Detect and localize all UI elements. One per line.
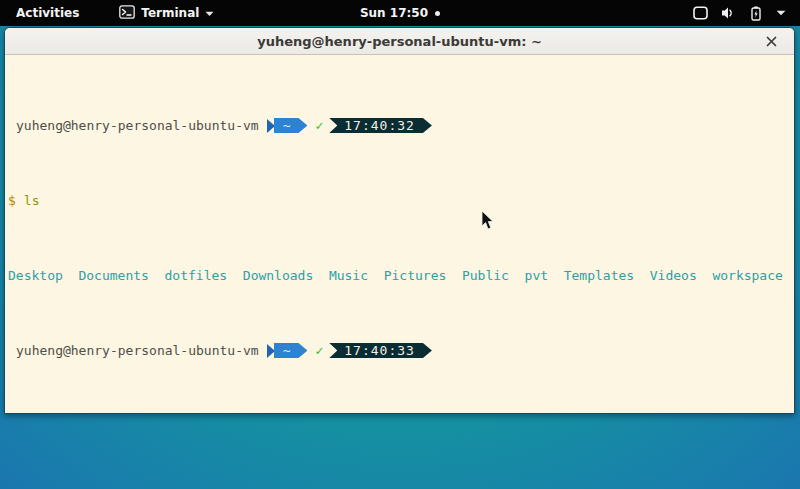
app-menu-terminal[interactable]: Terminal — [119, 5, 214, 22]
cwd-badge: ~ — [274, 343, 308, 358]
prompt-cwd-segment: ~ — [267, 343, 308, 358]
terminal-window: yuheng@henry-personal-ubuntu-vm: ~ yuhen… — [4, 27, 795, 414]
window-titlebar[interactable]: yuheng@henry-personal-ubuntu-vm: ~ — [5, 28, 794, 55]
clock-button[interactable]: Sun 17:50 — [360, 6, 440, 20]
success-check-icon: ✓ — [315, 343, 323, 358]
system-status-tray[interactable] — [693, 0, 800, 26]
terminal-screen[interactable]: yuheng@henry-personal-ubuntu-vm ~ ✓ 17:4… — [5, 55, 794, 414]
ls-output: Desktop Documents dotfiles Downloads Mus… — [8, 268, 783, 283]
prompt-cwd-segment: ~ — [267, 118, 308, 133]
notification-dot-icon — [435, 11, 440, 16]
window-title: yuheng@henry-personal-ubuntu-vm: ~ — [257, 34, 542, 49]
typed-command: ls — [24, 193, 40, 208]
powerline-arrow-icon — [267, 344, 275, 358]
close-icon — [766, 36, 777, 47]
prompt-username: yuheng@henry-personal-ubuntu-vm — [16, 118, 259, 133]
terminal-command-line: $ ls — [8, 193, 792, 208]
success-check-icon: ✓ — [315, 118, 323, 133]
volume-icon[interactable] — [721, 6, 736, 20]
activities-button[interactable]: Activities — [12, 6, 83, 20]
display-icon[interactable] — [693, 6, 708, 20]
terminal-output-line: Desktop Documents dotfiles Downloads Mus… — [8, 268, 792, 283]
app-menu-label: Terminal — [141, 6, 199, 20]
clock-label: Sun 17:50 — [360, 6, 428, 20]
time-badge: 17:40:32 — [329, 118, 432, 133]
time-badge: 17:40:33 — [329, 343, 432, 358]
powerline-arrow-icon — [267, 119, 275, 133]
chevron-down-icon[interactable] — [776, 10, 786, 16]
chevron-down-icon — [205, 6, 214, 20]
cwd-badge: ~ — [274, 118, 308, 133]
terminal-app-icon — [119, 5, 135, 22]
close-button[interactable] — [759, 28, 783, 55]
terminal-prompt-line: yuheng@henry-personal-ubuntu-vm ~ ✓ 17:4… — [8, 118, 792, 133]
prompt-dollar: $ — [8, 193, 16, 208]
battery-charging-icon[interactable] — [749, 6, 763, 21]
top-bar-left: Activities Terminal — [0, 5, 214, 22]
top-bar: Activities Terminal Sun 17:50 — [0, 0, 800, 26]
prompt-username: yuheng@henry-personal-ubuntu-vm — [16, 343, 259, 358]
terminal-prompt-line: yuheng@henry-personal-ubuntu-vm ~ ✓ 17:4… — [8, 343, 792, 358]
